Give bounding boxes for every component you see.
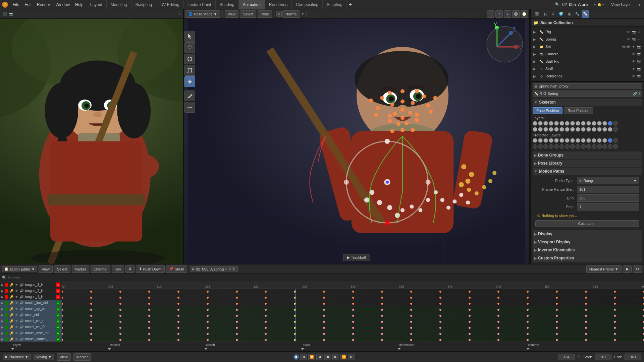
layer-dot-9[interactable] (581, 127, 586, 132)
kf-dot-7-0[interactable] (62, 333, 63, 335)
layer-dot-5[interactable] (559, 138, 564, 143)
layer-dot-5[interactable] (559, 121, 564, 126)
kf-dot-3-90[interactable] (585, 309, 587, 311)
layer-dot-2[interactable] (543, 138, 548, 143)
marker-btn-pb[interactable]: Marker (73, 353, 91, 361)
kf-dot-5-15[interactable] (148, 321, 150, 323)
rig-camera-icon[interactable]: 📷 (631, 29, 636, 34)
kf-dot-8-55[interactable] (381, 339, 383, 341)
kf-dot-7-95[interactable] (614, 333, 616, 335)
kf-dot-1-95[interactable] (614, 297, 616, 299)
staff-eye-icon[interactable]: 👁 (631, 66, 636, 71)
custom-props-header[interactable]: ▶ Custom Properties (533, 254, 642, 262)
layer-dot-1[interactable] (538, 121, 543, 126)
kf-dot-4-35[interactable] (265, 315, 267, 317)
viewport-display-header[interactable]: ▶ Viewport Display (533, 238, 642, 246)
camera-cam-icon[interactable]: 📷 (637, 52, 641, 56)
kf-dot-1-45[interactable] (323, 297, 325, 299)
kf-dot-0-35[interactable] (265, 291, 267, 293)
kf-dot-0-90[interactable] (585, 291, 587, 293)
track-item-9[interactable]: ▶ 🔑 👁 🔊 mouth_corner_L ● (0, 336, 62, 342)
layer-dot-4[interactable] (554, 138, 559, 143)
ref-cam-icon[interactable]: 📷 (637, 74, 641, 78)
layer-dot-6[interactable] (565, 127, 570, 132)
track-item-1[interactable]: ▶ 🔑 👁 🔊 tongue_2_ik ● (0, 288, 62, 294)
layer-dot-7[interactable] (570, 144, 575, 149)
kf-dot-4-45[interactable] (323, 315, 325, 317)
kf-dot-6-20[interactable] (177, 327, 179, 329)
kf-dot-8-0[interactable] (62, 339, 63, 341)
kf-dot-1-55[interactable] (381, 297, 383, 299)
kf-dot-4-70[interactable] (469, 315, 471, 317)
kf-dot-0-85[interactable] (556, 291, 558, 293)
kf-dot-1-5[interactable] (90, 297, 92, 299)
kf-dot-1-10[interactable] (119, 297, 121, 299)
shading-material-btn[interactable] (512, 10, 520, 18)
layer-dot-11[interactable] (592, 127, 596, 132)
kf-dot-5-60[interactable] (410, 321, 412, 323)
staff-cam-icon[interactable]: 📷 (637, 66, 641, 71)
layer-dot-4[interactable] (554, 127, 559, 132)
kf-dot-2-45[interactable] (323, 303, 325, 305)
shading-mode-btn[interactable]: Normal (282, 10, 300, 18)
kf-dot-1-15[interactable] (148, 297, 150, 299)
layer-dot-14[interactable] (608, 127, 612, 132)
layer-dot-10[interactable] (586, 138, 591, 143)
layer-dot-14[interactable] (608, 121, 612, 126)
ae-marker-btn[interactable]: Marker (72, 265, 89, 273)
kf-dot-7-60[interactable] (410, 333, 412, 335)
kf-dot-1-20[interactable] (177, 297, 179, 299)
layer-dot-15[interactable] (613, 144, 618, 149)
layer-dot-4[interactable] (554, 121, 559, 126)
spring-render-icon[interactable]: ○ (637, 37, 641, 42)
kf-dot-6-85[interactable] (556, 327, 558, 329)
tab-sculpting[interactable]: Sculpting (131, 0, 156, 9)
kf-dot-4-0[interactable] (62, 315, 63, 317)
kf-dot-3-10[interactable] (119, 309, 121, 311)
kf-dot-4-85[interactable] (556, 315, 558, 317)
layer-dot-13[interactable] (602, 127, 607, 132)
kf-dot-6-55[interactable] (381, 327, 383, 329)
tab-texture-paint[interactable]: Texture Paint (184, 0, 216, 9)
kf-dot-1-70[interactable] (469, 297, 471, 299)
action-name-field[interactable]: ▶ 02_055_A.spring ✓ ✕ 🗑 (190, 266, 238, 272)
world-icon[interactable]: 🌍 (557, 10, 565, 18)
kf-dot-0-10[interactable] (119, 291, 121, 293)
kf-dot-1-35[interactable] (265, 297, 267, 299)
kf-dot-6-65[interactable] (439, 327, 441, 329)
prev-keyframe-btn[interactable]: ⏪ (308, 354, 315, 360)
kf-dot-8-10[interactable] (119, 339, 121, 341)
kf-dot-2-10[interactable] (119, 303, 121, 305)
kf-dot-3-25[interactable] (207, 309, 209, 311)
kf-dot-3-50[interactable] (352, 309, 354, 311)
add-workspace-btn[interactable]: + (347, 0, 354, 9)
kf-dot-7-5[interactable] (90, 333, 92, 335)
collection-item-set[interactable]: ▶ 📁 Set 99 39. 👁 📷 (532, 43, 643, 50)
kf-dot-5-35[interactable] (265, 321, 267, 323)
kf-dot-5-65[interactable] (439, 321, 441, 323)
view-layer-dropdown[interactable]: ▼ (638, 3, 641, 7)
tab-shading[interactable]: Shading (216, 0, 239, 9)
kf-dot-4-55[interactable] (381, 315, 383, 317)
layer-dot-13[interactable] (602, 144, 607, 149)
kf-dot-5-70[interactable] (469, 321, 471, 323)
kf-dot-5-20[interactable] (177, 321, 179, 323)
layer-dot-9[interactable] (581, 121, 586, 126)
cursor-tool[interactable] (184, 31, 195, 42)
kf-dot-3-5[interactable] (90, 309, 92, 311)
kf-dot-2-60[interactable] (410, 303, 412, 305)
kf-dot-6-5[interactable] (90, 327, 92, 329)
kf-dot-2-30[interactable] (236, 303, 238, 305)
kf-dot-3-0[interactable] (62, 309, 63, 311)
kf-dot-3-60[interactable] (410, 309, 412, 311)
kf-dot-2-5[interactable] (90, 303, 92, 305)
kf-dot-8-30[interactable] (236, 339, 238, 341)
kf-dot-8-90[interactable] (585, 339, 587, 341)
layer-dot-3[interactable] (549, 121, 553, 126)
kf-dot-8-35[interactable] (265, 339, 267, 341)
menu-edit[interactable]: Edit (22, 0, 34, 9)
kf-dot-3-30[interactable] (236, 309, 238, 311)
scale-tool[interactable] (184, 65, 195, 76)
transform-tool[interactable] (184, 76, 195, 87)
track-item-4[interactable]: ▶ 🔑 👁 🔊 mouth_up_ctrl ● (0, 306, 62, 312)
